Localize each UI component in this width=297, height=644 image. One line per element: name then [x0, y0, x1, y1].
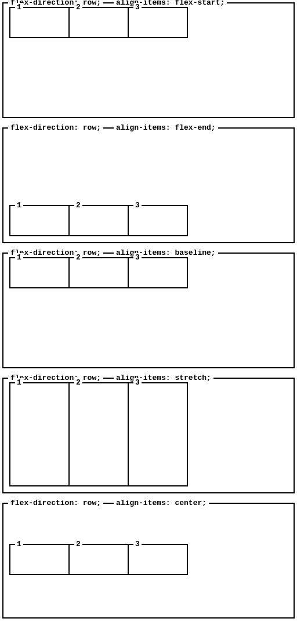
flex-item: 1	[9, 544, 70, 575]
flex-item: 2	[68, 7, 129, 38]
flex-item: 3	[128, 382, 188, 486]
flex-item-label: 2	[74, 540, 82, 548]
flex-item-label: 2	[74, 201, 82, 210]
demo-panel: flex-direction: row;align-items: stretch…	[2, 378, 295, 493]
flex-item-label: 2	[74, 378, 82, 387]
demo-panel: flex-direction: row;align-items: flex-en…	[2, 127, 295, 243]
flex-container: 123	[3, 3, 294, 117]
flex-item-label: 2	[74, 3, 82, 12]
flex-item: 1	[9, 257, 70, 288]
demo-panel: flex-direction: row;align-items: baselin…	[2, 253, 295, 368]
flex-demo-root: flex-direction: row;align-items: flex-st…	[2, 2, 295, 619]
demo-panel: flex-direction: row;align-items: center;…	[2, 503, 295, 619]
flex-item: 3	[128, 7, 188, 38]
flex-item: 1	[9, 382, 70, 486]
flex-item: 2	[68, 382, 129, 486]
flex-item-label: 3	[133, 3, 142, 12]
flex-item-label: 1	[15, 253, 23, 262]
flex-item-label: 3	[133, 201, 142, 210]
flex-container: 123	[3, 129, 294, 242]
flex-item-label: 1	[15, 3, 23, 12]
flex-item: 1	[9, 205, 70, 236]
flex-container: 123	[3, 379, 294, 492]
flex-item: 3	[128, 257, 188, 288]
flex-item-label: 1	[15, 201, 23, 210]
flex-item: 2	[68, 257, 129, 288]
flex-container: 123	[3, 504, 294, 617]
flex-item-label: 1	[15, 540, 23, 548]
flex-item-label: 3	[133, 253, 142, 262]
flex-item-label: 2	[74, 253, 82, 262]
flex-container: 123	[3, 254, 294, 367]
flex-item: 2	[68, 205, 129, 236]
flex-item-label: 3	[133, 378, 142, 387]
flex-item-label: 3	[133, 540, 142, 548]
demo-panel: flex-direction: row;align-items: flex-st…	[2, 2, 295, 118]
flex-item: 2	[68, 544, 129, 575]
flex-item-label: 1	[15, 378, 23, 387]
flex-item: 3	[128, 205, 188, 236]
flex-item: 3	[128, 544, 188, 575]
flex-item: 1	[9, 7, 70, 38]
